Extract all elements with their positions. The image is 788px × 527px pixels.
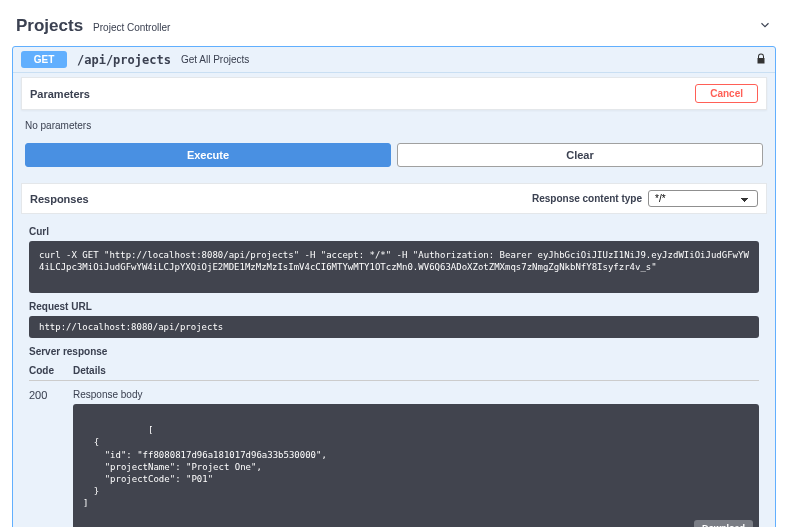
responses-heading: Responses	[30, 193, 89, 205]
response-body-label: Response body	[73, 389, 759, 400]
tag-name: Projects	[16, 16, 83, 36]
response-content-type-select[interactable]: */*	[648, 190, 758, 207]
response-table-header: Code Details	[29, 361, 759, 381]
clear-button[interactable]: Clear	[397, 143, 763, 167]
endpoint-description: Get All Projects	[181, 54, 249, 65]
lock-icon[interactable]	[755, 53, 767, 67]
parameters-section: Parameters Cancel No parameters Execute …	[13, 73, 775, 183]
parameters-bar: Parameters Cancel	[21, 77, 767, 110]
tag-header[interactable]: Projects Project Controller	[12, 12, 776, 44]
chevron-down-icon	[758, 18, 772, 34]
execute-button[interactable]: Execute	[25, 143, 391, 167]
curl-block[interactable]: curl -X GET "http://localhost:8080/api/p…	[29, 241, 759, 293]
details-column-header: Details	[73, 365, 759, 376]
server-response-label: Server response	[29, 346, 759, 357]
cancel-button[interactable]: Cancel	[695, 84, 758, 103]
parameters-heading: Parameters	[30, 88, 90, 100]
response-body-text: [ { "id": "ff8080817d96a181017d96a33b530…	[83, 425, 327, 508]
responses-bar: Responses Response content type */*	[21, 183, 767, 214]
http-method-badge: GET	[21, 51, 67, 68]
status-code: 200	[29, 389, 73, 527]
tag-description: Project Controller	[93, 22, 170, 33]
response-content-type-label: Response content type	[532, 193, 642, 204]
responses-section: Responses Response content type */* Curl…	[13, 183, 775, 527]
operation-block: GET /api/projects Get All Projects Param…	[12, 46, 776, 527]
code-column-header: Code	[29, 365, 73, 376]
curl-label: Curl	[29, 226, 759, 237]
download-button[interactable]: Download	[694, 520, 753, 527]
response-row: 200 Response body [ { "id": "ff8080817d9…	[29, 389, 759, 527]
endpoint-path: /api/projects	[77, 53, 171, 67]
no-parameters-text: No parameters	[21, 110, 767, 137]
request-url-block[interactable]: http://localhost:8080/api/projects	[29, 316, 759, 338]
operation-summary[interactable]: GET /api/projects Get All Projects	[13, 47, 775, 73]
response-body-block[interactable]: [ { "id": "ff8080817d96a181017d96a33b530…	[73, 404, 759, 527]
request-url-label: Request URL	[29, 301, 759, 312]
